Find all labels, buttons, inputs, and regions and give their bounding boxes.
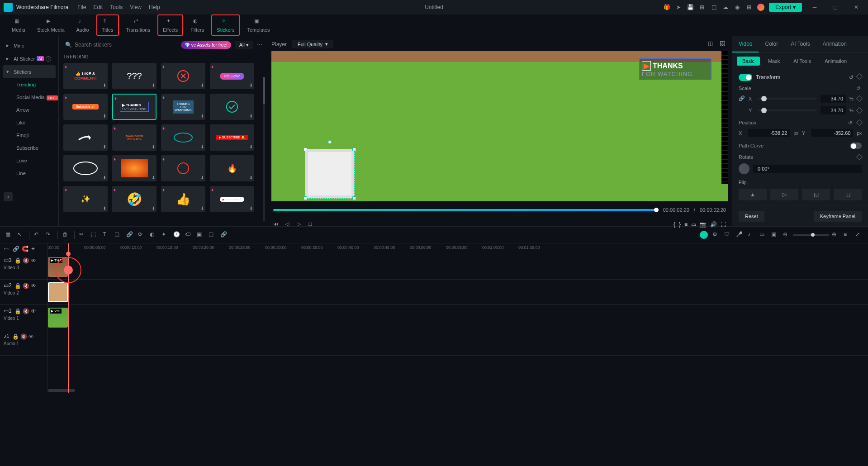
sticker-oval-white[interactable]: ⬇ xyxy=(63,155,108,181)
clip-video-2[interactable] xyxy=(48,282,68,302)
sticker-follow[interactable]: ♦FOLLOW⬇ xyxy=(210,63,254,89)
sticker-thumbs-up[interactable]: ♦👍⬇ xyxy=(161,186,205,212)
flip-both-button[interactable]: ◱ xyxy=(802,189,830,200)
download-icon[interactable]: ⬇ xyxy=(200,114,204,119)
tl-magnet-icon[interactable]: 🧲 xyxy=(22,246,28,252)
menu-file[interactable]: File xyxy=(77,4,86,10)
progress-bar[interactable] xyxy=(273,209,659,211)
marker-icon[interactable]: ▭ xyxy=(759,231,767,238)
chain-icon[interactable]: 🔗 xyxy=(220,231,228,238)
tl-cursor-icon[interactable]: ↖ xyxy=(17,231,24,238)
track-head-video-1[interactable]: ▭1🔒🔇👁 Video 1 xyxy=(0,305,47,330)
sidebar-sub-line[interactable]: Line xyxy=(0,167,58,180)
inspector-tab-animation[interactable]: Animation xyxy=(816,36,853,52)
search-stickers[interactable]: 🔍 xyxy=(63,40,177,50)
subtab-ai-tools[interactable]: AI Tools xyxy=(788,57,816,66)
tab-audio[interactable]: ♪Audio xyxy=(72,14,94,36)
tab-media[interactable]: ▦Media xyxy=(7,14,30,36)
user-avatar[interactable] xyxy=(757,4,764,11)
screen-icon[interactable]: ⊞ xyxy=(698,4,706,11)
list-icon[interactable]: ≡ xyxy=(844,231,851,238)
image-icon[interactable]: 🖼 xyxy=(720,40,728,48)
subtab-basic[interactable]: Basic xyxy=(737,57,760,66)
rotate-input[interactable] xyxy=(753,165,862,173)
menu-help[interactable]: Help xyxy=(149,4,160,10)
screenshot-icon[interactable]: ◫ xyxy=(710,4,717,11)
keyframe-icon[interactable] xyxy=(856,73,863,80)
inspector-tab-color[interactable]: Color xyxy=(759,36,784,52)
search-input[interactable] xyxy=(75,42,138,48)
link-icon[interactable]: 🔗 xyxy=(126,231,133,238)
sticker-like-comment[interactable]: ♦👍 LIKE &COMMENT!⬇ xyxy=(63,63,108,89)
assets-free-badge[interactable]: 💎ve Assets for free! xyxy=(181,41,231,49)
sticker-flame[interactable]: 🔥⬇ xyxy=(210,155,254,181)
keyframe-icon[interactable] xyxy=(856,119,863,126)
keyframe-icon[interactable] xyxy=(856,154,863,160)
sticker-question-marks[interactable]: ???⬇ xyxy=(112,63,157,89)
send-icon[interactable]: ➤ xyxy=(675,4,682,11)
mute-icon[interactable]: 🔇 xyxy=(20,333,26,339)
sticker-yt-bar[interactable]: ♦▶ SUBSCRIBE⬇ xyxy=(210,186,254,212)
sidebar-item-ai-sticker[interactable]: ▸AI StickerAIi xyxy=(0,52,58,65)
record-icon[interactable]: ◉ xyxy=(734,4,741,11)
apps-icon[interactable]: ⊞ xyxy=(745,4,753,11)
download-icon[interactable]: ⬇ xyxy=(200,144,204,149)
visibility-icon[interactable]: 👁 xyxy=(31,257,36,263)
menu-tools[interactable]: Tools xyxy=(110,4,123,10)
gear-icon[interactable]: ⚙ xyxy=(712,231,720,238)
scale-y-slider[interactable] xyxy=(758,109,817,111)
mark-in-icon[interactable]: { xyxy=(674,221,675,228)
more-icon[interactable]: ⋯ xyxy=(257,42,262,48)
quality-dropdown[interactable]: Full Quality▾ xyxy=(292,40,333,48)
minimize-button[interactable]: ─ xyxy=(806,2,823,13)
stop-button[interactable]: □ xyxy=(308,221,316,228)
sticker-explosion[interactable]: ♦⬇ xyxy=(112,155,157,181)
track-head-video-3[interactable]: ▭3🔒🔇👁 Video 3 xyxy=(0,254,47,280)
info-icon[interactable]: i xyxy=(46,56,51,62)
scale-y-input[interactable] xyxy=(821,106,846,114)
sidebar-sub-arrow[interactable]: Arrow xyxy=(0,104,58,116)
download-icon[interactable]: ⬇ xyxy=(200,83,204,88)
overlay-thanks[interactable]: ▶THANKS FOR WATCHING xyxy=(639,58,711,80)
download-icon[interactable]: ⬇ xyxy=(200,206,204,211)
transform-toggle[interactable] xyxy=(739,74,752,81)
download-icon[interactable]: ⬇ xyxy=(103,206,106,211)
sticker-thanks-watching-1[interactable]: ♦▶ THANKSFOR WATCHING xyxy=(112,94,157,120)
tab-titles[interactable]: TTitles xyxy=(96,14,119,36)
position-y-input[interactable] xyxy=(811,129,853,137)
mic-icon[interactable]: 🎤 xyxy=(736,231,743,238)
scale-x-input[interactable] xyxy=(821,95,846,103)
export-button[interactable]: Export▾ xyxy=(769,3,802,12)
sidebar-sub-like[interactable]: Like xyxy=(0,116,58,129)
tab-filters[interactable]: ◐Filters xyxy=(186,14,209,36)
menu-view[interactable]: View xyxy=(130,4,142,10)
preview-canvas[interactable]: ▶THANKS FOR WATCHING xyxy=(271,51,728,201)
download-icon[interactable]: ⬇ xyxy=(249,83,253,88)
sticker-oval-teal[interactable]: ♦⬇ xyxy=(161,124,205,151)
timeline-area[interactable]: :00:0000:00:05:0000:00:10:0000:00:15:000… xyxy=(48,243,868,393)
prev-button[interactable]: ◁ xyxy=(285,221,292,228)
cloud-icon[interactable]: ☁ xyxy=(722,4,729,11)
redo-icon[interactable]: ↷ xyxy=(46,231,53,238)
download-icon[interactable]: ⬇ xyxy=(103,83,106,88)
path-curve-toggle[interactable] xyxy=(850,143,862,149)
tab-stock-media[interactable]: ▶Stock Media xyxy=(33,14,69,36)
sticker-yt-subscribe[interactable]: ▶ SUBSCRIBE 🔔⬇ xyxy=(210,124,254,151)
sidebar-sub-subscribe[interactable]: Subscribe xyxy=(0,142,58,154)
delete-icon[interactable]: 🗑 xyxy=(62,231,70,238)
subtab-animation[interactable]: Animation xyxy=(819,57,852,66)
track-head-audio-1[interactable]: ♪1🔒🔇👁 Audio 1 xyxy=(0,330,47,356)
download-icon[interactable]: ⬇ xyxy=(152,206,155,211)
mute-icon[interactable]: 🔇 xyxy=(23,308,28,314)
lock-icon[interactable]: 🔒 xyxy=(14,308,20,314)
sticker-arrow-curve[interactable]: ⬇ xyxy=(63,124,108,151)
download-icon[interactable]: ⬇ xyxy=(249,206,253,211)
display-icon[interactable]: ▭ xyxy=(691,221,696,228)
timeline-scrollbar[interactable] xyxy=(48,389,868,392)
reset-icon[interactable]: ↺ xyxy=(848,120,854,125)
tab-effects[interactable]: ✦Effects xyxy=(157,14,183,36)
zoom-in-icon[interactable]: ⊕ xyxy=(832,231,839,238)
expand-icon[interactable]: ⤢ xyxy=(855,231,863,238)
mute-icon[interactable]: 🔇 xyxy=(23,257,28,263)
gift-icon[interactable]: 🎁 xyxy=(663,4,670,11)
